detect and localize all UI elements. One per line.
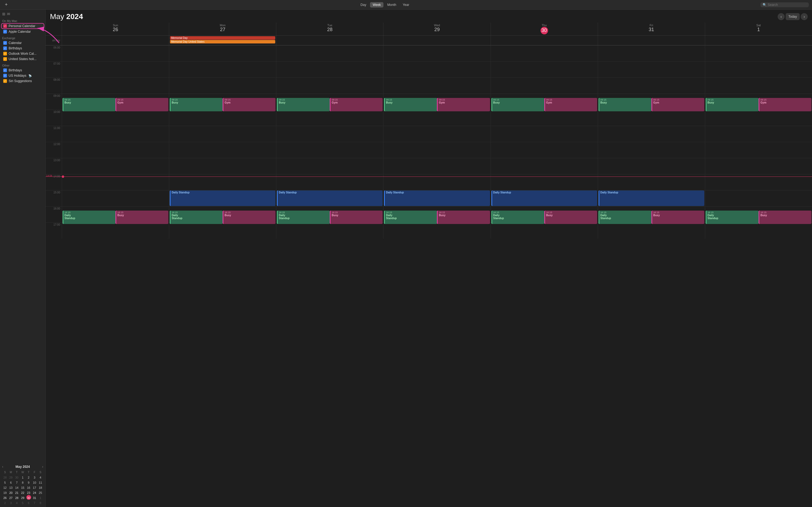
time-cell-5-1600[interactable]: 16:15DailyStandup16:15Busy — [598, 206, 705, 222]
time-cell-0-1200[interactable] — [62, 142, 169, 158]
mini-day-5[interactable]: 5 — [3, 480, 7, 485]
time-cell-6-1700[interactable] — [705, 222, 812, 238]
time-cell-4-1100[interactable] — [491, 126, 598, 142]
gym-event-6[interactable]: 09:15Gym — [759, 98, 811, 111]
busy2-pink-event-1[interactable]: 16:15Busy — [222, 211, 275, 224]
today-button[interactable]: Today — [786, 13, 800, 20]
mini-day-29[interactable]: 29 — [9, 474, 13, 480]
time-cell-6-0900[interactable]: 09:15Busy09:15Gym — [705, 94, 812, 110]
week-view-button[interactable]: Week — [370, 2, 384, 7]
add-event-button[interactable]: + — [3, 2, 9, 7]
busy2-event-4[interactable]: 16:15DailyStandup — [491, 211, 544, 224]
day-view-button[interactable]: Day — [358, 2, 369, 7]
search-bar[interactable]: 🔍 — [760, 2, 809, 7]
busy2-event-0[interactable]: 16:15DailyStandup — [62, 211, 115, 224]
mini-day-3[interactable]: 3 — [9, 500, 13, 505]
sidebar-item-outlook-work[interactable]: ✓ Outlook Work Cal... — [1, 51, 44, 56]
mini-day-7[interactable]: 7 — [14, 480, 19, 485]
search-input[interactable] — [768, 3, 805, 7]
all-day-fri[interactable] — [598, 36, 705, 45]
time-cell-0-1300[interactable] — [62, 158, 169, 174]
mini-day-2[interactable]: 2 — [3, 500, 7, 505]
time-cell-3-0700[interactable] — [383, 61, 490, 77]
time-cell-6-1500[interactable] — [705, 190, 812, 206]
busy-event-0[interactable]: 09:15Busy — [62, 98, 115, 111]
daily-standup-event-5[interactable]: Daily Standup — [599, 190, 704, 206]
time-cell-4-1300[interactable] — [491, 158, 598, 174]
time-cell-2-1200[interactable] — [276, 142, 383, 158]
mini-day-4[interactable]: 4 — [14, 500, 19, 505]
prev-week-button[interactable]: ‹ — [778, 13, 784, 20]
mini-day-1[interactable]: 1 — [38, 495, 43, 500]
sidebar-item-apple-calendar[interactable]: ✓ Apple Calendar — [1, 29, 44, 34]
time-cell-1-1600[interactable]: 16:15DailyStandup16:15Busy — [169, 206, 276, 222]
mini-day-20[interactable]: 20 — [9, 490, 13, 495]
time-cell-3-1300[interactable] — [383, 158, 490, 174]
mini-day-29[interactable]: 29 — [20, 495, 25, 500]
all-day-sat[interactable] — [705, 36, 812, 45]
busy-event-6[interactable]: 09:15Busy — [706, 98, 759, 111]
sidebar-item-personal-calendar[interactable]: ✓ Personal Calendar — [1, 23, 44, 29]
time-cell-2-1600[interactable]: 16:15DailyStandup16:15Busy — [276, 206, 383, 222]
time-cell-0-0900[interactable]: 09:15Busy09:15Gym — [62, 94, 169, 110]
sidebar-item-us-holidays[interactable]: ✓ US Holidays 📡 — [1, 73, 44, 78]
mini-day-31[interactable]: 31 — [32, 495, 37, 500]
calendar-checkbox[interactable]: ✓ — [3, 41, 7, 45]
time-cell-4-1700[interactable] — [491, 222, 598, 238]
time-cell-1-1700[interactable] — [169, 222, 276, 238]
birthdays-other-checkbox[interactable]: ✓ — [3, 68, 7, 72]
time-cell-4-1600[interactable]: 16:15DailyStandup16:15Busy — [491, 206, 598, 222]
busy-event-3[interactable]: 09:15Busy — [384, 98, 437, 111]
time-cell-1-0900[interactable]: 09:15Busy09:15Gym — [169, 94, 276, 110]
busy-event-4[interactable]: 09:15Busy — [491, 98, 544, 111]
mini-day-22[interactable]: 22 — [20, 490, 25, 495]
time-cell-5-1100[interactable] — [598, 126, 705, 142]
mini-day-11[interactable]: 11 — [38, 480, 43, 485]
time-cell-0-1700[interactable] — [62, 222, 169, 238]
time-cell-5-1300[interactable] — [598, 158, 705, 174]
outlook-checkbox[interactable]: ✓ — [3, 52, 7, 56]
time-cell-6-0700[interactable] — [705, 61, 812, 77]
time-cell-6-0600[interactable] — [705, 45, 812, 61]
mini-day-13[interactable]: 13 — [9, 485, 13, 490]
time-cell-1-1200[interactable] — [169, 142, 276, 158]
busy2-pink-event-5[interactable]: 16:15Busy — [651, 211, 704, 224]
time-cell-3-0900[interactable]: 09:15Busy09:15Gym — [383, 94, 490, 110]
all-day-wed[interactable] — [383, 36, 490, 45]
mini-day-4[interactable]: 4 — [38, 474, 43, 480]
birthdays-checkbox[interactable]: ✓ — [3, 46, 7, 50]
time-cell-2-1000[interactable] — [276, 110, 383, 126]
time-cell-2-1100[interactable] — [276, 126, 383, 142]
mini-day-24[interactable]: 24 — [32, 490, 37, 495]
busy2-pink-event-3[interactable]: 16:15Busy — [437, 211, 490, 224]
time-cell-3-1100[interactable] — [383, 126, 490, 142]
next-week-button[interactable]: › — [801, 13, 808, 20]
mini-day-8[interactable]: 8 — [20, 480, 25, 485]
sidebar-view-icon[interactable]: ⊞ — [2, 12, 5, 16]
time-cell-5-1700[interactable] — [598, 222, 705, 238]
time-cell-2-1700[interactable] — [276, 222, 383, 238]
time-cell-5-0600[interactable] — [598, 45, 705, 61]
mini-day-6[interactable]: 6 — [9, 480, 13, 485]
mini-cal-prev[interactable]: ‹ — [2, 465, 3, 469]
us-holidays-checkbox[interactable]: ✓ — [3, 74, 7, 77]
time-cell-3-1600[interactable]: 16:15DailyStandup16:15Busy — [383, 206, 490, 222]
mini-day-28[interactable]: 28 — [14, 495, 19, 500]
time-cell-2-0600[interactable] — [276, 45, 383, 61]
time-cell-0-1000[interactable] — [62, 110, 169, 126]
sidebar-item-calendar[interactable]: ✓ Calendar — [1, 40, 44, 46]
gym-event-2[interactable]: 09:15Gym — [330, 98, 383, 111]
busy2-pink-event-0[interactable]: 16:15Busy — [115, 211, 168, 224]
mini-day-25[interactable]: 25 — [38, 490, 43, 495]
busy2-event-3[interactable]: 16:15DailyStandup — [384, 211, 437, 224]
mini-day-21[interactable]: 21 — [14, 490, 19, 495]
time-cell-2-1300[interactable] — [276, 158, 383, 174]
time-cell-0-0800[interactable] — [62, 77, 169, 94]
time-cell-6-1000[interactable] — [705, 110, 812, 126]
time-cell-6-1200[interactable] — [705, 142, 812, 158]
time-cell-5-1500[interactable]: Daily Standup — [598, 190, 705, 206]
time-cell-1-0600[interactable] — [169, 45, 276, 61]
gym-event-0[interactable]: 09:15Gym — [115, 98, 168, 111]
all-day-thu[interactable] — [491, 36, 598, 45]
busy2-event-1[interactable]: 16:15DailyStandup — [170, 211, 222, 224]
